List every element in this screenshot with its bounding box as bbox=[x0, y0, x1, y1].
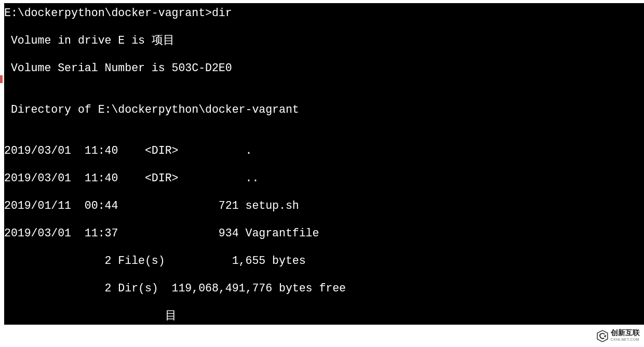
terminal-line: Directory of E:\dockerpython\docker-vagr… bbox=[4, 103, 644, 117]
terminal-line: 2 File(s) 1,655 bytes bbox=[4, 254, 644, 268]
watermark-logo-icon bbox=[596, 329, 609, 343]
watermark-badge: 创新互联 CXHLNET.COM bbox=[591, 325, 644, 347]
terminal-line: 目 bbox=[4, 309, 644, 323]
terminal-line: Volume Serial Number is 503C-D2E0 bbox=[4, 61, 644, 75]
left-edge-accent bbox=[0, 75, 3, 83]
watermark-sub: CXHLNET.COM bbox=[611, 336, 640, 343]
terminal-line: 2019/03/01 11:37 934 Vagrantfile bbox=[4, 226, 644, 241]
terminal-line: E:\dockerpython\docker-vagrant>dir bbox=[4, 6, 644, 20]
terminal-line: 2 Dir(s) 119,068,491,776 bytes free bbox=[4, 282, 644, 296]
terminal-line: Volume in drive E is 项目 bbox=[4, 34, 644, 48]
terminal-line: 2019/03/01 11:40 <DIR> . bbox=[4, 144, 644, 158]
watermark-text: 创新互联 CXHLNET.COM bbox=[611, 329, 640, 343]
terminal-line: 2019/03/01 11:40 <DIR> .. bbox=[4, 171, 644, 185]
terminal-line: 2019/01/11 00:44 721 setup.sh bbox=[4, 199, 644, 213]
terminal-output[interactable]: E:\dockerpython\docker-vagrant>dir Volum… bbox=[4, 3, 644, 325]
watermark-brand: 创新互联 bbox=[611, 328, 640, 337]
